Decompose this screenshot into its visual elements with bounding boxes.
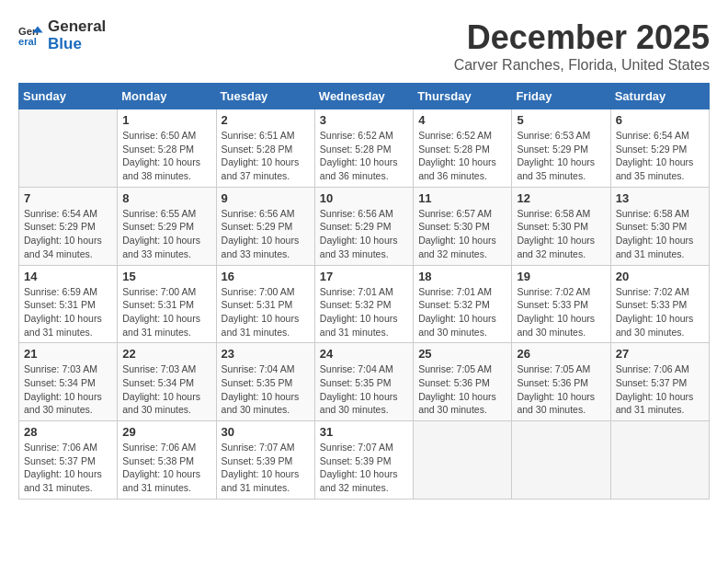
header-monday: Monday: [118, 84, 216, 109]
calendar-table: Sunday Monday Tuesday Wednesday Thursday…: [18, 83, 710, 500]
day-info: Sunrise: 7:06 AM Sunset: 5:37 PM Dayligh…: [616, 362, 704, 417]
day-info: Sunrise: 6:55 AM Sunset: 5:29 PM Dayligh…: [122, 207, 210, 261]
table-row: 6Sunrise: 6:54 AM Sunset: 5:29 PM Daylig…: [610, 109, 709, 188]
day-number: 30: [222, 425, 310, 439]
day-number: 22: [122, 347, 210, 361]
day-number: 9: [222, 191, 310, 205]
day-info: Sunrise: 7:01 AM Sunset: 5:32 PM Dayligh…: [418, 285, 506, 339]
day-number: 29: [122, 425, 210, 439]
day-info: Sunrise: 6:50 AM Sunset: 5:28 PM Dayligh…: [122, 129, 210, 183]
calendar-subtitle: Carver Ranches, Florida, United States: [454, 57, 710, 74]
table-row: 10Sunrise: 6:56 AM Sunset: 5:29 PM Dayli…: [314, 187, 413, 265]
table-row: 14Sunrise: 6:59 AM Sunset: 5:31 PM Dayli…: [19, 265, 118, 343]
calendar-week-row: 14Sunrise: 6:59 AM Sunset: 5:31 PM Dayli…: [19, 265, 710, 343]
table-row: [19, 109, 118, 188]
day-info: Sunrise: 6:52 AM Sunset: 5:28 PM Dayligh…: [320, 129, 408, 183]
day-number: 21: [24, 347, 112, 361]
day-number: 28: [24, 425, 112, 439]
table-row: 2Sunrise: 6:51 AM Sunset: 5:28 PM Daylig…: [216, 109, 314, 188]
table-row: 28Sunrise: 7:06 AM Sunset: 5:37 PM Dayli…: [19, 421, 118, 500]
table-row: 27Sunrise: 7:06 AM Sunset: 5:37 PM Dayli…: [610, 343, 709, 421]
header-wednesday: Wednesday: [314, 84, 413, 109]
calendar-header: Sunday Monday Tuesday Wednesday Thursday…: [19, 84, 710, 109]
day-number: 2: [222, 113, 310, 127]
table-row: 4Sunrise: 6:52 AM Sunset: 5:28 PM Daylig…: [414, 109, 512, 188]
day-info: Sunrise: 7:05 AM Sunset: 5:36 PM Dayligh…: [418, 362, 506, 417]
calendar-body: 1Sunrise: 6:50 AM Sunset: 5:28 PM Daylig…: [19, 109, 710, 500]
day-info: Sunrise: 7:05 AM Sunset: 5:36 PM Dayligh…: [517, 362, 605, 417]
header-saturday: Saturday: [610, 84, 709, 109]
table-row: 30Sunrise: 7:07 AM Sunset: 5:39 PM Dayli…: [216, 421, 314, 500]
table-row: 11Sunrise: 6:57 AM Sunset: 5:30 PM Dayli…: [414, 187, 512, 265]
calendar-week-row: 21Sunrise: 7:03 AM Sunset: 5:34 PM Dayli…: [19, 343, 710, 421]
logo: Gen eral General Blue: [18, 18, 106, 52]
svg-text:eral: eral: [18, 35, 37, 46]
day-number: 8: [122, 191, 210, 205]
day-info: Sunrise: 7:07 AM Sunset: 5:39 PM Dayligh…: [320, 441, 408, 495]
calendar-title: December 2025: [454, 18, 710, 57]
table-row: 7Sunrise: 6:54 AM Sunset: 5:29 PM Daylig…: [19, 187, 118, 265]
day-number: 20: [616, 270, 704, 283]
day-info: Sunrise: 7:06 AM Sunset: 5:38 PM Dayligh…: [122, 441, 210, 495]
table-row: 8Sunrise: 6:55 AM Sunset: 5:29 PM Daylig…: [118, 187, 216, 265]
table-row: 19Sunrise: 7:02 AM Sunset: 5:33 PM Dayli…: [512, 265, 610, 343]
logo-icon: Gen eral: [18, 23, 44, 49]
day-info: Sunrise: 7:01 AM Sunset: 5:32 PM Dayligh…: [320, 285, 408, 339]
day-number: 18: [418, 270, 506, 283]
day-info: Sunrise: 6:58 AM Sunset: 5:30 PM Dayligh…: [616, 207, 704, 261]
day-number: 27: [616, 347, 704, 361]
day-info: Sunrise: 7:02 AM Sunset: 5:33 PM Dayligh…: [616, 285, 704, 339]
day-number: 26: [517, 347, 605, 361]
table-row: 25Sunrise: 7:05 AM Sunset: 5:36 PM Dayli…: [414, 343, 512, 421]
day-number: 24: [320, 347, 408, 361]
day-info: Sunrise: 6:53 AM Sunset: 5:29 PM Dayligh…: [517, 129, 605, 183]
header-sunday: Sunday: [19, 84, 118, 109]
day-number: 31: [320, 425, 408, 439]
day-info: Sunrise: 6:59 AM Sunset: 5:31 PM Dayligh…: [24, 285, 112, 339]
day-number: 4: [418, 113, 506, 127]
day-info: Sunrise: 7:02 AM Sunset: 5:33 PM Dayligh…: [517, 285, 605, 339]
day-info: Sunrise: 6:51 AM Sunset: 5:28 PM Dayligh…: [222, 129, 310, 183]
table-row: 5Sunrise: 6:53 AM Sunset: 5:29 PM Daylig…: [512, 109, 610, 188]
table-row: 21Sunrise: 7:03 AM Sunset: 5:34 PM Dayli…: [19, 343, 118, 421]
table-row: 16Sunrise: 7:00 AM Sunset: 5:31 PM Dayli…: [216, 265, 314, 343]
day-info: Sunrise: 6:58 AM Sunset: 5:30 PM Dayligh…: [517, 207, 605, 261]
day-info: Sunrise: 7:07 AM Sunset: 5:39 PM Dayligh…: [222, 441, 310, 495]
title-area: December 2025 Carver Ranches, Florida, U…: [454, 18, 710, 74]
day-info: Sunrise: 7:00 AM Sunset: 5:31 PM Dayligh…: [222, 285, 310, 339]
header-friday: Friday: [512, 84, 610, 109]
day-info: Sunrise: 6:54 AM Sunset: 5:29 PM Dayligh…: [616, 129, 704, 183]
day-number: 19: [517, 270, 605, 283]
table-row: 12Sunrise: 6:58 AM Sunset: 5:30 PM Dayli…: [512, 187, 610, 265]
table-row: 29Sunrise: 7:06 AM Sunset: 5:38 PM Dayli…: [118, 421, 216, 500]
table-row: [414, 421, 512, 500]
table-row: 22Sunrise: 7:03 AM Sunset: 5:34 PM Dayli…: [118, 343, 216, 421]
logo-text-line2: Blue: [48, 36, 106, 53]
day-info: Sunrise: 7:03 AM Sunset: 5:34 PM Dayligh…: [122, 362, 210, 417]
weekday-header-row: Sunday Monday Tuesday Wednesday Thursday…: [19, 84, 710, 109]
day-number: 3: [320, 113, 408, 127]
day-number: 13: [616, 191, 704, 205]
page-header: Gen eral General Blue December 2025 Carv…: [18, 18, 710, 74]
table-row: 1Sunrise: 6:50 AM Sunset: 5:28 PM Daylig…: [118, 109, 216, 188]
day-number: 16: [222, 270, 310, 283]
day-info: Sunrise: 7:06 AM Sunset: 5:37 PM Dayligh…: [24, 441, 112, 495]
day-info: Sunrise: 6:54 AM Sunset: 5:29 PM Dayligh…: [24, 207, 112, 261]
table-row: 24Sunrise: 7:04 AM Sunset: 5:35 PM Dayli…: [314, 343, 413, 421]
table-row: 31Sunrise: 7:07 AM Sunset: 5:39 PM Dayli…: [314, 421, 413, 500]
day-info: Sunrise: 6:56 AM Sunset: 5:29 PM Dayligh…: [222, 207, 310, 261]
day-number: 23: [222, 347, 310, 361]
day-number: 6: [616, 113, 704, 127]
calendar-week-row: 1Sunrise: 6:50 AM Sunset: 5:28 PM Daylig…: [19, 109, 710, 188]
logo-text-line1: General: [48, 18, 106, 36]
day-number: 12: [517, 191, 605, 205]
calendar-week-row: 28Sunrise: 7:06 AM Sunset: 5:37 PM Dayli…: [19, 421, 710, 500]
day-info: Sunrise: 7:04 AM Sunset: 5:35 PM Dayligh…: [222, 362, 310, 417]
table-row: 23Sunrise: 7:04 AM Sunset: 5:35 PM Dayli…: [216, 343, 314, 421]
day-number: 11: [418, 191, 506, 205]
day-number: 25: [418, 347, 506, 361]
day-info: Sunrise: 6:52 AM Sunset: 5:28 PM Dayligh…: [418, 129, 506, 183]
day-number: 17: [320, 270, 408, 283]
header-tuesday: Tuesday: [216, 84, 314, 109]
header-thursday: Thursday: [414, 84, 512, 109]
